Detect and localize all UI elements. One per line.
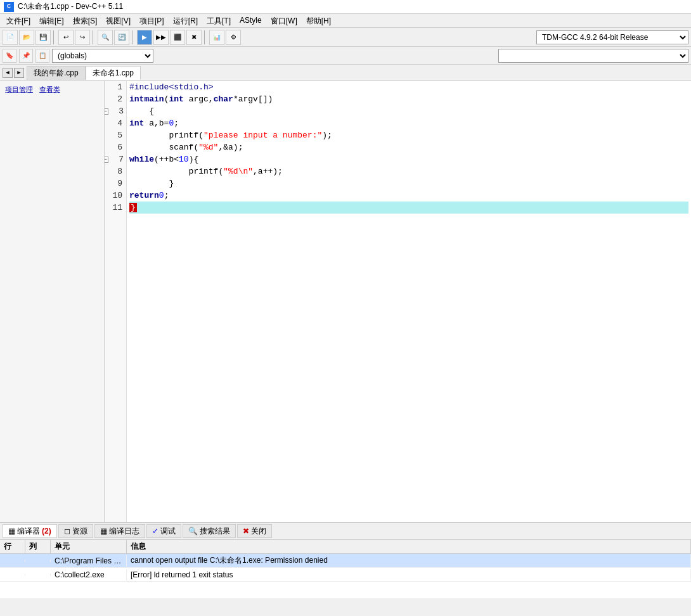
sidebar-tab-project[interactable]: 项目管理: [3, 84, 36, 96]
output-cell-unit-1: C:\Program Files (x86)\Dev-Cpp\MinGW64\x…: [51, 555, 127, 567]
line-num-1: 1: [105, 81, 126, 93]
compiler-icon: ▦: [8, 527, 15, 536]
tab-myage[interactable]: 我的年龄.cpp: [27, 66, 86, 80]
output-header: 行 列 单元 信息: [0, 540, 691, 554]
compiler-select[interactable]: TDM-GCC 4.9.2 64-bit Release: [536, 30, 688, 44]
tab-navigation: ◀ ▶: [3, 68, 24, 78]
bookmark2-button[interactable]: 📌: [19, 49, 33, 63]
stop-button[interactable]: ✖: [186, 30, 202, 45]
separator-2: [93, 30, 95, 44]
code-line-3[interactable]: {: [129, 105, 688, 117]
bookmark3-button[interactable]: 📋: [36, 49, 49, 63]
search-icon: 🔍: [188, 527, 198, 536]
col-header-unit: 单元: [51, 540, 127, 553]
output-cell-info-1: cannot open output file C:\未命名1.exe: Per…: [127, 554, 691, 567]
menu-帮助[H][interactable]: 帮助[H]: [302, 15, 335, 26]
function-select[interactable]: [498, 49, 688, 63]
menu-搜索[S][interactable]: 搜索[S]: [69, 15, 101, 26]
line-num-6: 6: [105, 141, 126, 153]
globals-select[interactable]: (globals): [52, 49, 153, 63]
code-line-11[interactable]: }: [129, 202, 688, 214]
code-line-1[interactable]: #include<stdio.h>: [129, 81, 688, 93]
bookmark-button[interactable]: 🔖: [3, 49, 16, 63]
line-num-9: 9: [105, 177, 126, 189]
menu-文件[F][interactable]: 文件[F]: [3, 15, 34, 26]
bottom-tab-close[interactable]: ✖ 关闭: [237, 524, 272, 538]
menu-运行[R][interactable]: 运行[R]: [169, 15, 202, 26]
run-button[interactable]: ▶▶: [153, 30, 169, 45]
save-button[interactable]: 💾: [36, 30, 51, 45]
code-line-2[interactable]: int main(int argc,char*argv[]): [129, 93, 688, 105]
open-button[interactable]: 📂: [19, 30, 34, 45]
replace-button[interactable]: 🔄: [114, 30, 129, 45]
sidebar: 项目管理 查看类: [0, 81, 105, 522]
code-container: 12−3456−7891011 #include<stdio.h> int ma…: [105, 81, 691, 522]
debug-button[interactable]: ⬛: [170, 30, 185, 45]
close-tab-icon: ✖: [243, 527, 249, 536]
line-num-5: 5: [105, 129, 126, 141]
bottom-tab-compiler[interactable]: ▦ 编译器 (2): [3, 524, 57, 538]
bottom-tabs: ▦ 编译器 (2) ◻ 资源 ▦ 编译日志 ✓ 调试 🔍 搜索结果 ✖ 关闭: [0, 522, 691, 540]
col-header-row: 行: [0, 540, 25, 553]
output-cell-row-1: [0, 560, 25, 562]
app-icon: C: [4, 2, 14, 12]
undo-button[interactable]: ↩: [58, 30, 74, 45]
menu-工具[T][interactable]: 工具[T]: [203, 15, 235, 26]
resources-icon: ◻: [64, 527, 70, 536]
sidebar-tabs: 项目管理 查看类: [3, 84, 101, 96]
menu-AStyle[interactable]: AStyle: [236, 15, 266, 26]
line-num-7: −7: [105, 153, 126, 165]
line-num-3: −3: [105, 105, 126, 117]
redo-button[interactable]: ↪: [75, 30, 90, 45]
menu-项目[P][interactable]: 项目[P]: [136, 15, 168, 26]
sidebar-tab-class[interactable]: 查看类: [37, 84, 63, 96]
output-area: 行 列 单元 信息 C:\Program Files (x86)\Dev-Cpp…: [0, 540, 691, 598]
title-bar: C C:\未命名1.cpp - Dev-C++ 5.11: [0, 0, 691, 14]
output-row-2[interactable]: C:\collect2.exe [Error] ld returned 1 ex…: [0, 568, 691, 582]
line-numbers: 12−3456−7891011: [105, 81, 127, 522]
code-line-4[interactable]: int a,b=0;: [129, 117, 688, 129]
code-content[interactable]: #include<stdio.h> int main(int argc,char…: [127, 81, 691, 522]
tab-unnamed[interactable]: 未命名1.cpp: [86, 66, 141, 80]
separator-1: [53, 30, 56, 44]
bottom-tab-compile-log[interactable]: ▦ 编译日志: [94, 524, 145, 538]
bottom-tab-resources[interactable]: ◻ 资源: [58, 524, 93, 538]
main-area: 项目管理 查看类 12−3456−7891011 #include<stdio.…: [0, 81, 691, 522]
output-cell-unit-2: C:\collect2.exe: [51, 569, 127, 581]
code-line-5[interactable]: printf("please input a number:");: [129, 129, 688, 141]
output-row-1[interactable]: C:\Program Files (x86)\Dev-Cpp\MinGW64\x…: [0, 554, 691, 568]
separator-4: [204, 30, 207, 44]
code-line-10[interactable]: return 0;: [129, 189, 688, 202]
menu-窗口[W][interactable]: 窗口[W]: [267, 15, 301, 26]
window-title: C:\未命名1.cpp - Dev-C++ 5.11: [18, 1, 123, 12]
code-line-6[interactable]: scanf("%d",&a);: [129, 141, 688, 153]
fold-indicator-3[interactable]: −: [105, 108, 108, 115]
menu-编辑[E][interactable]: 编辑[E]: [36, 15, 68, 26]
toolbar2: 🔖 📌 📋 (globals): [0, 47, 691, 65]
bottom-tab-debug[interactable]: ✓ 调试: [146, 524, 181, 538]
find-button[interactable]: 🔍: [98, 30, 113, 45]
toolbar: 📄 📂 💾 ↩ ↪ 🔍 🔄 ▶ ▶▶ ⬛ ✖ 📊 ⚙ TDM-GCC 4.9.2…: [0, 28, 691, 47]
code-line-7[interactable]: while(++b<10){: [129, 153, 688, 165]
extra-button[interactable]: ⚙: [226, 30, 241, 45]
col-header-info: 信息: [127, 540, 691, 553]
code-line-8[interactable]: printf("%d\n",a++);: [129, 165, 688, 177]
line-num-8: 8: [105, 165, 126, 177]
separator-3: [132, 30, 134, 44]
bottom-tab-search[interactable]: 🔍 搜索结果: [183, 524, 236, 538]
new-button[interactable]: 📄: [3, 30, 18, 45]
line-num-4: 4: [105, 117, 126, 129]
code-line-9[interactable]: }: [129, 177, 688, 189]
chart-button[interactable]: 📊: [209, 30, 224, 45]
col-header-col: 列: [25, 540, 51, 553]
code-area[interactable]: 12−3456−7891011 #include<stdio.h> int ma…: [105, 81, 691, 522]
line-num-2: 2: [105, 93, 126, 105]
output-cell-row-2: [0, 574, 25, 576]
compile-button[interactable]: ▶: [137, 30, 152, 45]
menu-视图[V][interactable]: 视图[V]: [102, 15, 134, 26]
tab-next-button[interactable]: ▶: [14, 68, 24, 78]
output-cell-info-2: [Error] ld returned 1 exit status: [127, 569, 691, 581]
fold-indicator-7[interactable]: −: [105, 157, 108, 163]
tab-bar-area: ◀ ▶ 我的年龄.cpp 未命名1.cpp: [0, 65, 691, 81]
tab-prev-button[interactable]: ◀: [3, 68, 13, 78]
